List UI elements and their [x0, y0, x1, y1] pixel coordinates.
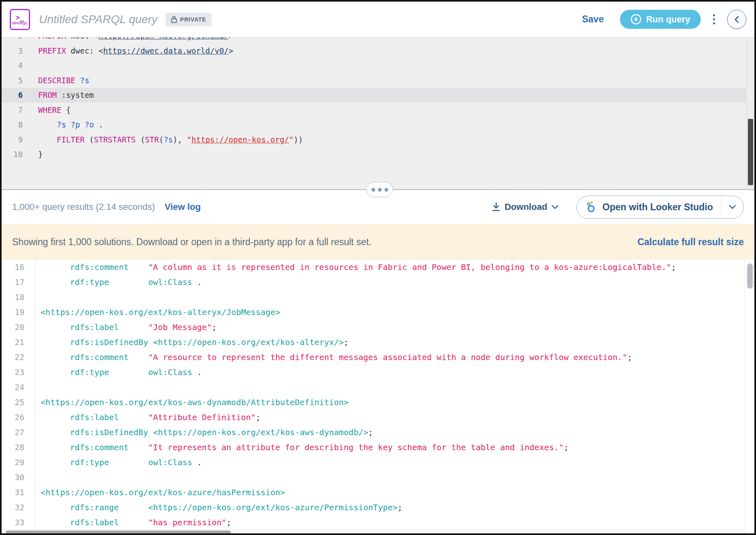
code-line: 28 rdfs:comment "It represents an attrib…: [2, 440, 754, 455]
line-number: 23: [2, 365, 24, 380]
line-number: 27: [2, 425, 24, 440]
line-number: 28: [2, 440, 24, 455]
more-options-menu-icon[interactable]: [711, 13, 717, 26]
code-line: 22 rdfs:comment "A resource to represent…: [2, 350, 754, 365]
code-line: 17 rdf:type owl:Class .: [2, 275, 754, 290]
results-scrollbar-thumb[interactable]: [747, 263, 753, 289]
code-line[interactable]: 8 ?s ?p ?o .: [2, 117, 754, 132]
line-number: 24: [2, 380, 24, 395]
line-number: 21: [2, 335, 24, 350]
code-line: 19<https://open-kos.org/ext/kos-alteryx/…: [2, 305, 754, 320]
results-lines: 16 rdfs:comment "A column as it is repre…: [2, 260, 754, 530]
code-text: WHERE {: [38, 103, 71, 118]
results-vertical-scrollbar[interactable]: [745, 260, 754, 535]
line-number: 29: [2, 455, 24, 470]
code-text: rdfs:comment "It represents an attribute…: [35, 440, 568, 455]
line-number: 20: [2, 320, 24, 335]
code-text: rdfs:comment "A column as it is represen…: [35, 260, 676, 275]
results-panel: 16 rdfs:comment "A column as it is repre…: [2, 260, 754, 535]
code-text: [35, 290, 41, 305]
header-bar: >_ SPARQL Untitled SPARQL query PRIVATE …: [2, 2, 754, 37]
code-text: DESCRIBE ?s: [38, 73, 89, 88]
code-text: rdfs:comment "A resource to represent th…: [35, 350, 632, 365]
download-icon: [492, 202, 501, 212]
code-line: 29 rdf:type owl:Class .: [2, 455, 754, 470]
result-limit-notice: Showing first 1,000 solutions. Download …: [2, 224, 754, 260]
open-with-looker-studio-button[interactable]: Open with Looker Studio: [577, 196, 744, 219]
privacy-badge: PRIVATE: [166, 13, 212, 26]
line-number: 25: [2, 395, 24, 410]
code-line[interactable]: 6FROM :system: [2, 88, 754, 103]
results-horizontal-scrollbar[interactable]: [2, 529, 745, 535]
code-line: 26 rdfs:label "Attribute Definition";: [2, 410, 754, 425]
code-text: <https://open-kos.org/ext/kos-azure/hasP…: [35, 485, 285, 500]
line-number: 6: [2, 88, 23, 103]
chevron-down-icon: [729, 205, 736, 209]
code-line[interactable]: 2PREFIX kos: <https://open-kos.org/schem…: [2, 37, 754, 43]
code-line: 21 rdfs:isDefinedBy <https://open-kos.or…: [2, 335, 754, 350]
code-text: ?s ?p ?o .: [38, 117, 103, 132]
results-summary: 1,000+ query results (2.14 seconds): [12, 202, 155, 212]
code-text: <https://open-kos.org/ext/kos-alteryx/Jo…: [35, 305, 280, 320]
editor-scrollbar-thumb[interactable]: [748, 119, 753, 185]
run-query-button[interactable]: Run query: [620, 10, 701, 29]
chevron-down-icon: [551, 205, 559, 209]
code-line: 23 rdf:type owl:Class .: [2, 365, 754, 380]
line-number: 30: [2, 470, 24, 485]
code-text: rdf:type owl:Class .: [35, 275, 202, 290]
code-text: FROM :system: [38, 88, 94, 103]
code-text: rdf:type owl:Class .: [35, 455, 202, 470]
line-number: 3: [2, 43, 23, 58]
editor-vertical-scrollbar[interactable]: [746, 37, 754, 189]
view-log-link[interactable]: View log: [165, 202, 201, 212]
code-line: 18: [2, 290, 754, 305]
code-line[interactable]: 9 FILTER (STRSTARTS (STR(?s), "https://o…: [2, 132, 754, 147]
line-number: 22: [2, 350, 24, 365]
code-text: rdfs:label "Attribute Definition";: [35, 410, 261, 425]
splitter-drag-handle[interactable]: [366, 182, 393, 197]
code-line: 20 rdfs:label "Job Message";: [2, 320, 754, 335]
download-button[interactable]: Download: [492, 202, 559, 212]
sparql-app-icon: >_ SPARQL: [10, 9, 30, 30]
sparql-query-workspace: >_ SPARQL Untitled SPARQL query PRIVATE …: [0, 0, 756, 535]
looker-studio-dropdown[interactable]: [721, 196, 743, 218]
run-query-label: Run query: [646, 14, 690, 25]
code-line[interactable]: 3PREFIX dwec: <https://dwec.data.world/v…: [2, 43, 754, 58]
code-text: rdfs:isDefinedBy <https://open-kos.org/e…: [35, 335, 349, 350]
code-text: <https://open-kos.org/ext/kos-aws-dynamo…: [35, 395, 349, 410]
line-number: 4: [2, 58, 23, 73]
calculate-full-result-size-link[interactable]: Calculate full result size: [637, 237, 744, 248]
code-text: rdfs:isDefinedBy <https://open-kos.org/e…: [35, 425, 373, 440]
download-label: Download: [505, 202, 547, 212]
code-line: 16 rdfs:comment "A column as it is repre…: [2, 260, 754, 275]
play-icon: [631, 14, 642, 25]
code-line: 24: [2, 380, 754, 395]
collapse-panel-button[interactable]: [727, 10, 746, 29]
line-number: 19: [2, 305, 24, 320]
code-line: 32 rdfs:range <https://open-kos.org/ext/…: [2, 500, 754, 515]
code-text: rdfs:range <https://open-kos.org/ext/kos…: [35, 500, 402, 515]
privacy-badge-label: PRIVATE: [180, 16, 206, 23]
code-line[interactable]: 4: [2, 58, 754, 73]
terminal-prompt-icon: >_: [16, 14, 24, 21]
code-text: rdfs:label "Job Message";: [35, 320, 217, 335]
code-line: 25<https://open-kos.org/ext/kos-aws-dyna…: [2, 395, 754, 410]
query-title[interactable]: Untitled SPARQL query: [39, 13, 158, 26]
query-editor[interactable]: 2PREFIX kos: <https://open-kos.org/schem…: [2, 37, 754, 189]
line-number: 7: [2, 103, 23, 118]
line-number: 32: [2, 500, 24, 515]
code-text: }: [38, 147, 43, 162]
looker-studio-logo: [586, 201, 596, 213]
looker-studio-main[interactable]: Open with Looker Studio: [577, 196, 721, 218]
code-line[interactable]: 10}: [2, 147, 754, 162]
line-number: 31: [2, 485, 24, 500]
line-number: 33: [2, 515, 24, 530]
line-number: 16: [2, 260, 24, 275]
code-line[interactable]: 5DESCRIBE ?s: [2, 73, 754, 88]
horizontal-scrollbar-thumb[interactable]: [6, 531, 231, 535]
code-text: PREFIX dwec: <https://dwec.data.world/v0…: [38, 43, 233, 58]
editor-lines: 2PREFIX kos: <https://open-kos.org/schem…: [2, 37, 754, 162]
code-line[interactable]: 7WHERE {: [2, 103, 754, 118]
save-button[interactable]: Save: [582, 14, 604, 25]
code-text: [35, 380, 41, 395]
